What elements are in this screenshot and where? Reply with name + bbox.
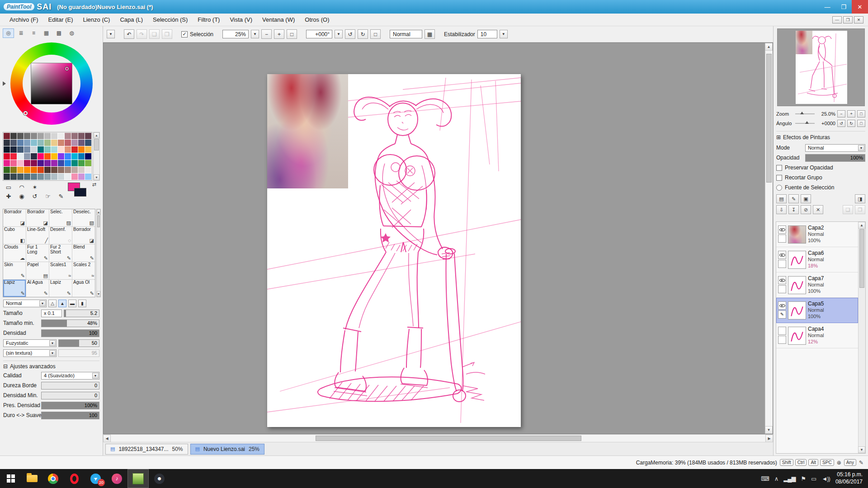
scroll-down-icon[interactable]: ▼ [858,446,865,453]
toolbar-menu-button[interactable]: ▼ [107,30,115,38]
color-swatch[interactable] [51,133,57,139]
color-swatch[interactable] [31,133,37,139]
layer-row-capa7[interactable]: Capa7Normal100% [776,272,858,298]
brush-edge-soft-icon[interactable]: ▲ [58,300,66,307]
brush-desenf-[interactable]: Desenf.◌ [49,227,72,244]
rotate-ccw-button[interactable]: ↺ [345,29,355,39]
zoom-dropdown-icon[interactable]: ▼ [251,30,259,38]
color-swatch[interactable] [31,153,37,160]
volume-icon[interactable]: ◄)) [821,475,830,482]
scroll-down-icon[interactable]: ▼ [97,291,100,297]
color-swatch[interactable] [38,174,44,180]
preserve-opacity-checkbox[interactable] [776,165,782,171]
color-swatch[interactable] [65,160,71,166]
color-swatch[interactable] [24,133,30,139]
scroll-up-icon[interactable]: ▲ [858,222,865,229]
color-swatch[interactable] [58,133,64,139]
new-layer-button[interactable]: ▤ [776,194,787,203]
menu-vista[interactable]: Vista (V) [225,14,257,25]
color-swatch[interactable] [38,146,44,153]
color-swatch[interactable] [24,160,30,166]
zoom-out-button[interactable]: − [261,29,272,39]
color-swatch[interactable] [31,160,37,166]
layer-visibility-toggle[interactable] [778,251,786,259]
brush-blend-mode-select[interactable]: Normal ▼ [3,300,47,307]
paint-tool-sai[interactable] [127,469,149,488]
color-swatch[interactable] [58,140,64,146]
color-swatch[interactable] [4,160,10,166]
delete-layer-button[interactable]: ✕ [813,205,823,214]
brush-shape-bar-icon[interactable]: ▮ [78,300,86,307]
stabilizer-select[interactable]: 10 [477,30,497,38]
nav-rotate-ccw-button[interactable]: ↺ [837,120,845,127]
color-swatch[interactable] [38,133,44,139]
chevron-down-icon[interactable]: ▼ [49,340,56,346]
color-swatch[interactable] [17,174,24,180]
layer-visibility-toggle[interactable] [778,327,786,335]
color-swatch[interactable] [65,153,71,160]
color-wheel-tab[interactable]: ◎ [3,28,14,38]
layer-mode-select[interactable]: Normal ▼ [805,144,865,152]
merge-down-button[interactable]: ↧ [788,205,799,214]
color-swatch[interactable] [78,133,85,139]
new-folder-button[interactable]: ▣ [801,194,811,203]
color-swatch[interactable] [4,146,10,153]
color-swatch[interactable] [24,174,30,180]
rgb-slider-tab[interactable]: ≣ [15,28,27,38]
color-swatch[interactable] [10,160,17,166]
panel-extra-button-2[interactable]: ❐ [855,205,865,214]
color-swatch[interactable] [4,133,10,139]
color-swatch[interactable] [10,133,17,139]
color-swatch[interactable] [17,140,24,146]
nav-angle-reset-button[interactable]: □ [857,120,865,127]
brush-blend[interactable]: Blend✎ [72,244,95,262]
color-swatch[interactable] [85,153,91,160]
battery-icon[interactable]: ▭ [811,475,816,482]
color-swatch[interactable] [4,140,10,146]
brush-skin[interactable]: Skin✎ [3,262,26,279]
brush-shape-flat-icon[interactable]: ▬ [68,300,76,307]
prev-view-button[interactable]: ❏ [149,29,160,39]
music-player[interactable]: ♪ [106,469,127,488]
menu-editar[interactable]: Editar (E) [43,14,78,25]
nav-angle-slider[interactable] [795,123,815,124]
color-swatch[interactable] [10,174,17,180]
zoom-tool-icon[interactable]: ◉ [17,192,27,201]
brush-edge-hard-icon[interactable]: △ [48,300,57,307]
color-swatch[interactable] [17,160,24,166]
color-swatch[interactable] [17,146,24,153]
brush-agua-ol[interactable]: Agua Ol✎ [72,280,95,297]
hsv-slider-tab[interactable]: ≡ [28,28,39,38]
brush-papel[interactable]: Papel▤ [26,262,49,279]
scroll-left-icon[interactable]: ◀ [103,435,111,442]
scratchpad-tab[interactable]: ◍ [66,28,77,38]
brush-borrador[interactable]: Borrador◪ [26,209,49,226]
menu-archivo[interactable]: Archivo (F) [5,14,43,25]
color-swatch[interactable] [71,133,78,139]
angle-dropdown-icon[interactable]: ▼ [335,30,343,38]
scroll-right-icon[interactable]: ▶ [765,435,773,442]
color-swatch[interactable] [10,140,17,146]
color-swatch[interactable] [51,140,57,146]
brush-selec-[interactable]: Selec.▨ [49,209,72,226]
color-swatch[interactable] [65,174,71,180]
zoom-reset-button[interactable]: □ [287,29,297,39]
color-swatch[interactable] [24,140,30,146]
color-swatch[interactable] [71,167,78,173]
brush-fur-2-short[interactable]: Fur 2 Short✎ [49,244,72,262]
color-swatch[interactable] [4,153,10,160]
menu-otros[interactable]: Otros (O) [300,14,334,25]
view-mode-select[interactable]: Normal [390,30,422,38]
nav-zoom-slider[interactable] [795,113,815,114]
chevron-down-icon[interactable]: ▼ [858,145,864,151]
color-swatch[interactable] [85,167,91,173]
navigator[interactable] [777,28,865,106]
menu-lienzo[interactable]: Lienzo (C) [78,14,115,25]
brush-line-soft[interactable]: Line-Soft╱ [26,227,49,244]
size-slider[interactable]: 5.2 [64,310,99,317]
nav-zoom-reset-button[interactable]: □ [857,110,865,117]
chevron-up-icon[interactable]: ∧ [774,475,778,482]
quality-select[interactable]: 4 (Suavizado) ▼ [41,372,99,380]
collapse-icon[interactable]: ⊟ [3,363,8,370]
color-swatch[interactable] [44,146,51,153]
